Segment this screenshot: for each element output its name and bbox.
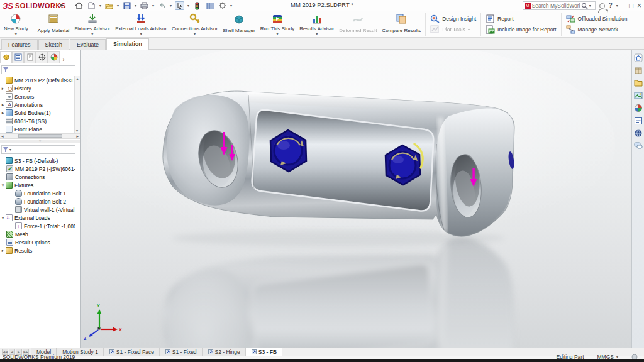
apply-material-button[interactable]: Apply Material <box>35 12 72 36</box>
results-advisor-button[interactable]: Results Advisor <box>297 12 336 36</box>
tree-row[interactable]: Mesh <box>0 230 75 238</box>
save-icon[interactable] <box>122 1 131 10</box>
tree-row[interactable]: Front Plane <box>0 125 75 133</box>
compare-results-icon <box>395 13 408 25</box>
tree-row[interactable]: Virtual wall-1 (-Virtual Wall<MM <box>0 206 75 214</box>
search-scope-dropdown[interactable] <box>589 4 591 8</box>
view-palette-icon[interactable] <box>634 91 643 100</box>
run-this-study-button[interactable]: Run This Study <box>258 12 297 36</box>
tree-row[interactable]: Connections <box>0 173 75 181</box>
select-cursor-icon[interactable] <box>175 1 184 10</box>
panel-tabs <box>0 51 80 63</box>
tree-row[interactable]: Force-1 (:Total: -1,000 N:) <box>0 222 75 230</box>
tree-row[interactable]: MM 2019 P2 (-[SW]6061-T6 (SS)-) <box>0 165 75 173</box>
include-image-for-report-button[interactable]: Include Image for Report <box>486 25 557 34</box>
task-pane-home-icon[interactable] <box>634 53 643 62</box>
file-properties-icon[interactable] <box>205 1 214 10</box>
search-icon[interactable] <box>581 3 588 9</box>
displaymanager-tab[interactable] <box>48 51 60 63</box>
tree-row[interactable]: Sensors <box>0 92 75 101</box>
scroll-thumb[interactable] <box>18 134 62 138</box>
window-maximize-button[interactable] <box>629 3 633 9</box>
featuremanager-tab[interactable] <box>0 51 12 63</box>
custom-properties-icon[interactable] <box>634 116 643 125</box>
solidworks-forum-icon[interactable] <box>634 141 643 150</box>
units-dropdown[interactable] <box>616 355 618 359</box>
window-close-button[interactable] <box>637 2 641 9</box>
expander-icon[interactable] <box>0 183 6 188</box>
expander-icon[interactable] <box>0 102 6 107</box>
external-loads-advisor-button[interactable]: External Loads Advisor <box>113 12 169 36</box>
select-dropdown[interactable] <box>187 4 189 8</box>
help-dropdown[interactable] <box>616 4 618 8</box>
expander-icon[interactable] <box>0 111 6 116</box>
connections-advisor-button[interactable]: Connections Advisor <box>169 12 220 36</box>
tree-row[interactable]: 6061-T6 (SS) <box>0 117 75 125</box>
new-study-button[interactable]: New Study <box>1 12 31 36</box>
open-dropdown[interactable] <box>117 4 119 8</box>
study-tree-filter[interactable] <box>1 145 75 154</box>
manage-network-button[interactable]: Manage Network <box>566 25 628 34</box>
shell-manager-button[interactable]: Shell Manager <box>220 12 258 36</box>
filter-dropdown[interactable] <box>9 148 11 151</box>
panel-splitter[interactable] <box>0 140 80 143</box>
fixtures-advisor-button[interactable]: Fixtures Advisor <box>72 12 113 36</box>
design-insight-button[interactable]: Design Insight <box>430 14 476 23</box>
expander-icon[interactable] <box>0 86 6 91</box>
open-icon[interactable] <box>104 1 114 10</box>
feature-tree-filter[interactable] <box>1 65 75 74</box>
status-bar: SOLIDWORKS Premium 2019 Editing Part MMG… <box>0 354 644 359</box>
undo-icon[interactable] <box>157 1 167 10</box>
home-icon[interactable] <box>74 1 84 10</box>
units-selector[interactable]: MMGS <box>591 354 625 359</box>
save-dropdown[interactable] <box>135 4 136 8</box>
tree-row[interactable]: MM 2019 P2 (Default<<Default>_Disp <box>0 76 75 84</box>
new-dropdown[interactable] <box>99 4 101 8</box>
graphics-viewport[interactable]: Y X Z <box>80 50 631 348</box>
propertymanager-tab[interactable] <box>12 51 24 63</box>
annotations-icon <box>6 101 13 108</box>
offloaded-simulation-button[interactable]: Offloaded Simulation <box>566 14 628 23</box>
panel-tabs-overflow[interactable] <box>60 57 67 63</box>
tab-evaluate[interactable]: Evaluate <box>70 39 106 50</box>
tree-row[interactable]: S3 - FB (-Default-) <box>0 156 75 165</box>
tree-row[interactable]: Foundation Bolt-2 <box>0 197 75 206</box>
window-minimize-button[interactable] <box>622 3 626 9</box>
new-document-icon[interactable] <box>87 1 96 10</box>
tab-sketch[interactable]: Sketch <box>38 39 70 50</box>
tree-row[interactable]: External Loads <box>0 214 75 222</box>
file-explorer-icon[interactable] <box>634 79 643 87</box>
menu-expand-icon[interactable] <box>60 2 65 9</box>
login-user-icon[interactable] <box>599 3 605 9</box>
expander-icon[interactable] <box>0 248 6 253</box>
report-button[interactable]: Report <box>486 14 557 23</box>
model-canvas[interactable]: Y X Z <box>80 50 631 348</box>
tab-simulation[interactable]: Simulation <box>106 38 149 50</box>
configurationmanager-tab[interactable] <box>24 51 36 63</box>
options-dropdown[interactable] <box>230 4 232 8</box>
feature-tree-hscrollbar[interactable]: ◂▸ <box>0 133 80 139</box>
search-input[interactable] <box>532 3 580 9</box>
print-icon[interactable] <box>140 1 149 10</box>
tree-row[interactable]: History <box>0 84 75 92</box>
solidworks-resources-icon[interactable] <box>634 129 643 138</box>
status-tag-icon[interactable] <box>625 354 644 359</box>
tree-row[interactable]: Annotations <box>0 101 75 109</box>
tree-row[interactable]: Result Options <box>0 238 75 246</box>
print-dropdown[interactable] <box>152 4 154 8</box>
feature-tree-scrollbar[interactable]: ▴▾ <box>74 76 80 133</box>
dimxpertmanager-tab[interactable] <box>36 51 48 63</box>
compare-results-button[interactable]: Compare Results <box>379 12 423 36</box>
tree-row[interactable]: Solid Bodies(1) <box>0 109 75 117</box>
tree-row[interactable]: Foundation Bolt-1 <box>0 189 75 197</box>
undo-dropdown[interactable] <box>170 4 172 8</box>
tree-row[interactable]: Fixtures <box>0 181 75 189</box>
options-gear-icon[interactable] <box>218 1 227 10</box>
tab-features[interactable]: Features <box>1 39 38 50</box>
design-library-icon[interactable] <box>634 66 643 75</box>
help-icon[interactable] <box>609 3 613 9</box>
appearances-scenes-icon[interactable] <box>634 104 643 112</box>
expander-icon[interactable] <box>0 216 6 221</box>
tree-row[interactable]: Results <box>0 246 75 255</box>
rebuild-traffic-light-icon[interactable] <box>192 1 202 10</box>
